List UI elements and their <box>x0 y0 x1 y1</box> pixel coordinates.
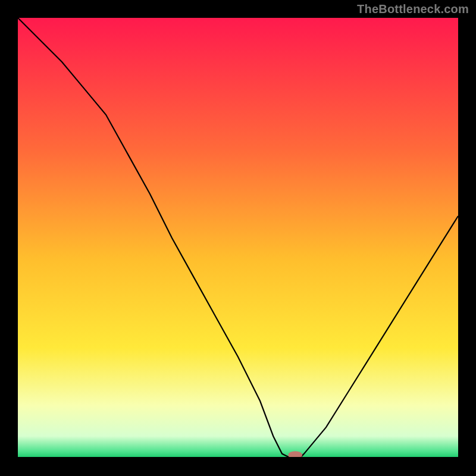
bottleneck-curve <box>18 18 458 458</box>
curve-layer <box>18 18 458 458</box>
chart-frame: TheBottleneck.com <box>0 0 476 476</box>
plot-area <box>18 18 458 458</box>
watermark-text: TheBottleneck.com <box>357 2 469 16</box>
